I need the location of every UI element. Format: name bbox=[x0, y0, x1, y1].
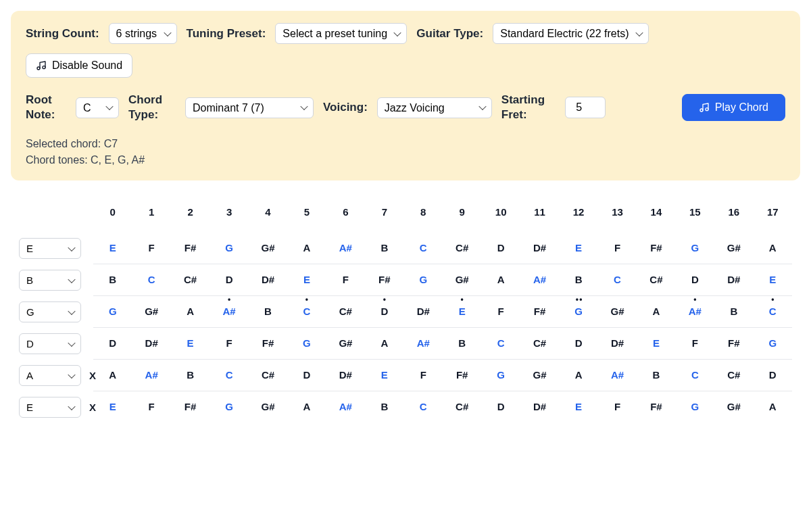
fret-cell[interactable]: F bbox=[132, 233, 170, 264]
fret-cell[interactable]: D# bbox=[326, 360, 365, 391]
fret-cell[interactable]: B bbox=[714, 296, 753, 328]
fret-cell[interactable]: C# bbox=[443, 233, 481, 264]
fret-cell[interactable]: G bbox=[481, 360, 520, 391]
fret-cell[interactable]: B bbox=[443, 328, 481, 360]
fret-cell[interactable]: F# bbox=[365, 264, 403, 296]
fret-cell[interactable]: F# bbox=[637, 391, 675, 423]
fret-cell[interactable]: G# bbox=[714, 391, 753, 423]
fret-cell[interactable]: C bbox=[210, 360, 248, 391]
fret-cell[interactable]: G bbox=[210, 391, 248, 423]
fret-cell[interactable]: C# bbox=[171, 264, 210, 296]
fret-cell[interactable]: E bbox=[287, 264, 326, 296]
fret-cell[interactable]: E bbox=[93, 233, 132, 264]
chord-type-select[interactable]: Dominant 7 (7) bbox=[185, 97, 314, 118]
fret-cell[interactable]: F bbox=[598, 233, 637, 264]
fret-cell[interactable]: B bbox=[365, 391, 403, 423]
fret-cell[interactable]: C bbox=[481, 328, 520, 360]
fret-cell[interactable]: E bbox=[365, 360, 403, 391]
fret-cell[interactable]: A bbox=[287, 391, 326, 423]
fret-cell[interactable]: G bbox=[676, 233, 714, 264]
fret-cell[interactable]: E bbox=[93, 391, 132, 423]
string-count-select[interactable]: 6 strings bbox=[109, 23, 177, 44]
fret-cell[interactable]: F bbox=[326, 264, 365, 296]
fret-cell[interactable]: D bbox=[559, 328, 597, 360]
string-tuning-select[interactable]: G bbox=[19, 301, 81, 322]
fret-cell[interactable]: B bbox=[559, 264, 597, 296]
fret-cell[interactable]: D# bbox=[520, 391, 559, 423]
fret-cell[interactable]: F# bbox=[249, 328, 287, 360]
fret-cell[interactable]: G bbox=[754, 328, 792, 360]
fret-cell[interactable]: F# bbox=[520, 296, 559, 328]
fret-cell[interactable]: D bbox=[93, 328, 132, 360]
fret-cell[interactable]: A bbox=[93, 360, 132, 391]
root-note-select[interactable]: C bbox=[76, 97, 119, 118]
disable-sound-button[interactable]: Disable Sound bbox=[26, 53, 132, 78]
fret-cell[interactable]: B bbox=[249, 296, 287, 328]
fret-cell[interactable]: G# bbox=[598, 296, 637, 328]
string-tuning-select[interactable]: E bbox=[19, 397, 81, 418]
fret-cell[interactable]: F# bbox=[171, 391, 210, 423]
guitar-type-select[interactable]: Standard Electric (22 frets) bbox=[493, 23, 649, 44]
fret-cell[interactable]: A# bbox=[326, 233, 365, 264]
fret-cell[interactable]: A bbox=[637, 296, 675, 328]
fret-cell[interactable]: B bbox=[171, 360, 210, 391]
fret-cell[interactable]: G bbox=[559, 296, 597, 328]
fret-cell[interactable]: A bbox=[559, 360, 597, 391]
fret-cell[interactable]: F bbox=[132, 391, 170, 423]
fret-cell[interactable]: A bbox=[287, 233, 326, 264]
fret-cell[interactable]: D bbox=[481, 391, 520, 423]
fret-cell[interactable]: A# bbox=[132, 360, 170, 391]
fret-cell[interactable]: D# bbox=[249, 264, 287, 296]
fret-cell[interactable]: F# bbox=[714, 328, 753, 360]
fret-cell[interactable]: C# bbox=[443, 391, 481, 423]
fret-cell[interactable]: D bbox=[210, 264, 248, 296]
fret-cell[interactable]: D bbox=[754, 360, 792, 391]
fret-cell[interactable]: D bbox=[676, 264, 714, 296]
fret-cell[interactable]: D# bbox=[714, 264, 753, 296]
fret-cell[interactable]: A bbox=[365, 328, 403, 360]
fret-cell[interactable]: F bbox=[676, 328, 714, 360]
fret-cell[interactable]: C# bbox=[520, 328, 559, 360]
fret-cell[interactable]: A# bbox=[404, 328, 443, 360]
fret-cell[interactable]: B bbox=[365, 233, 403, 264]
fret-cell[interactable]: C bbox=[287, 296, 326, 328]
fret-cell[interactable]: G bbox=[93, 296, 132, 328]
fret-cell[interactable]: E bbox=[443, 296, 481, 328]
fret-cell[interactable]: E bbox=[559, 233, 597, 264]
fret-cell[interactable]: G bbox=[404, 264, 443, 296]
fret-cell[interactable]: D bbox=[481, 233, 520, 264]
fret-cell[interactable]: F# bbox=[637, 233, 675, 264]
fret-cell[interactable]: C bbox=[676, 360, 714, 391]
fret-cell[interactable]: A bbox=[754, 391, 792, 423]
string-tuning-select[interactable]: E bbox=[19, 238, 81, 259]
fret-cell[interactable]: G# bbox=[249, 233, 287, 264]
fret-cell[interactable]: G# bbox=[443, 264, 481, 296]
string-tuning-select[interactable]: D bbox=[19, 333, 81, 354]
fret-cell[interactable]: A# bbox=[326, 391, 365, 423]
fret-cell[interactable]: F bbox=[210, 328, 248, 360]
fret-cell[interactable]: D# bbox=[404, 296, 443, 328]
play-chord-button[interactable]: Play Chord bbox=[682, 94, 785, 121]
fret-cell[interactable]: D# bbox=[598, 328, 637, 360]
fret-cell[interactable]: D bbox=[287, 360, 326, 391]
fret-cell[interactable]: F# bbox=[443, 360, 481, 391]
fret-cell[interactable]: E bbox=[637, 328, 675, 360]
fret-cell[interactable]: F# bbox=[171, 233, 210, 264]
voicing-select[interactable]: Jazz Voicing bbox=[377, 97, 492, 118]
fret-cell[interactable]: A# bbox=[520, 264, 559, 296]
fret-cell[interactable]: C bbox=[754, 296, 792, 328]
fret-cell[interactable]: G# bbox=[714, 233, 753, 264]
fret-cell[interactable]: G# bbox=[132, 296, 170, 328]
fret-cell[interactable]: C bbox=[404, 233, 443, 264]
fret-cell[interactable]: G# bbox=[326, 328, 365, 360]
fret-cell[interactable]: B bbox=[93, 264, 132, 296]
fret-cell[interactable]: A# bbox=[210, 296, 248, 328]
fret-cell[interactable]: F bbox=[598, 391, 637, 423]
fret-cell[interactable]: A bbox=[171, 296, 210, 328]
fret-cell[interactable]: A# bbox=[598, 360, 637, 391]
string-tuning-select[interactable]: A bbox=[19, 365, 81, 386]
fret-cell[interactable]: G bbox=[287, 328, 326, 360]
starting-fret-input[interactable] bbox=[565, 97, 606, 118]
fret-cell[interactable]: A bbox=[481, 264, 520, 296]
fret-cell[interactable]: C bbox=[404, 391, 443, 423]
